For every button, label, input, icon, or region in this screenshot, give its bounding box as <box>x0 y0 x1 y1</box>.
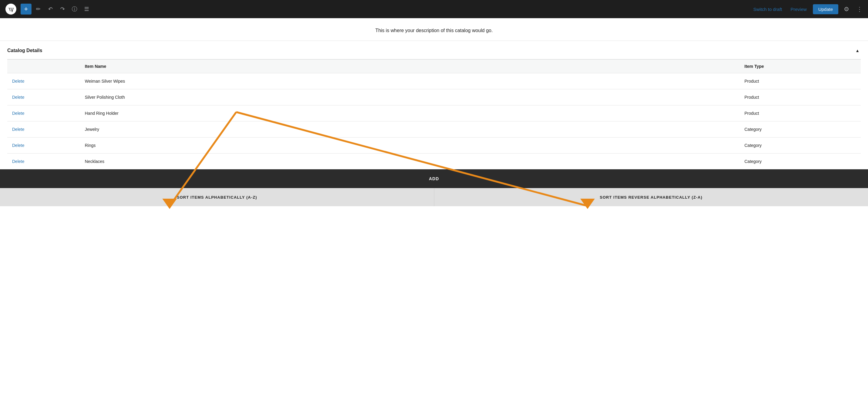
item-name-cell: Jewelry <box>80 121 740 137</box>
catalog-title: Catalog Details <box>7 48 42 53</box>
catalog-header: Catalog Details ▲ <box>7 41 861 59</box>
preview-button[interactable]: Preview <box>788 5 809 13</box>
catalog-description: This is where your description of this c… <box>375 28 493 33</box>
description-area: This is where your description of this c… <box>0 18 868 41</box>
table-row: Delete Hand Ring Holder Product <box>7 105 861 121</box>
info-button[interactable]: ⓘ <box>69 4 80 14</box>
catalog-table: Item Name Item Type Delete Weiman Silver… <box>7 59 861 169</box>
sort-az-button[interactable]: SORT ITEMS ALPHABETICALLY (A-Z) <box>0 188 434 206</box>
edit-button[interactable]: ✏ <box>33 4 43 14</box>
list-view-button[interactable]: ☰ <box>81 4 92 14</box>
toolbar: + ✏ ↶ ↷ ⓘ ☰ Switch to draft Preview Upda… <box>0 0 868 18</box>
sort-za-button[interactable]: SORT ITEMS REVERSE ALPHABETICALLY (Z-A) <box>434 188 868 206</box>
item-type-cell: Product <box>740 105 861 121</box>
delete-cell: Delete <box>7 121 80 137</box>
sort-buttons: SORT ITEMS ALPHABETICALLY (A-Z) SORT ITE… <box>0 188 868 206</box>
more-options-button[interactable]: ⋮ <box>855 4 864 14</box>
add-row-label: ADD <box>429 176 439 181</box>
delete-cell: Delete <box>7 105 80 121</box>
col-item-type: Item Type <box>740 60 861 73</box>
delete-button[interactable]: Delete <box>12 143 24 148</box>
col-item-name: Item Name <box>80 60 740 73</box>
switch-to-draft-button[interactable]: Switch to draft <box>751 5 784 13</box>
item-type-cell: Category <box>740 137 861 154</box>
add-block-button[interactable]: + <box>21 4 31 14</box>
delete-button[interactable]: Delete <box>12 95 24 100</box>
item-name-cell: Rings <box>80 137 740 154</box>
collapse-button[interactable]: ▲ <box>854 47 861 54</box>
delete-button[interactable]: Delete <box>12 111 24 116</box>
main-content: This is where your description of this c… <box>0 18 868 404</box>
delete-button[interactable]: Delete <box>12 79 24 84</box>
item-name-cell: Necklaces <box>80 154 740 169</box>
delete-cell: Delete <box>7 89 80 105</box>
redo-button[interactable]: ↷ <box>57 4 68 14</box>
catalog-section: Catalog Details ▲ Item Name Item Type De… <box>0 41 868 206</box>
item-name-cell: Silver Polishing Cloth <box>80 89 740 105</box>
item-type-cell: Product <box>740 89 861 105</box>
wp-logo <box>4 0 18 18</box>
item-type-cell: Category <box>740 121 861 137</box>
table-row: Delete Weiman Silver Wipes Product <box>7 73 861 89</box>
table-row: Delete Necklaces Category <box>7 154 861 169</box>
table-row: Delete Silver Polishing Cloth Product <box>7 89 861 105</box>
toolbar-right: Switch to draft Preview Update ⚙ ⋮ <box>751 4 864 14</box>
delete-cell: Delete <box>7 154 80 169</box>
delete-button[interactable]: Delete <box>12 127 24 132</box>
col-action <box>7 60 80 73</box>
delete-cell: Delete <box>7 137 80 154</box>
delete-button[interactable]: Delete <box>12 159 24 164</box>
table-row: Delete Jewelry Category <box>7 121 861 137</box>
item-type-cell: Category <box>740 154 861 169</box>
settings-button[interactable]: ⚙ <box>842 4 851 14</box>
undo-button[interactable]: ↶ <box>45 4 56 14</box>
table-row: Delete Rings Category <box>7 137 861 154</box>
delete-cell: Delete <box>7 73 80 89</box>
toolbar-left: + ✏ ↶ ↷ ⓘ ☰ <box>21 4 751 14</box>
update-button[interactable]: Update <box>813 4 838 14</box>
item-name-cell: Hand Ring Holder <box>80 105 740 121</box>
item-name-cell: Weiman Silver Wipes <box>80 73 740 89</box>
table-header-row: Item Name Item Type <box>7 60 861 73</box>
item-type-cell: Product <box>740 73 861 89</box>
add-row[interactable]: ADD <box>0 169 868 188</box>
